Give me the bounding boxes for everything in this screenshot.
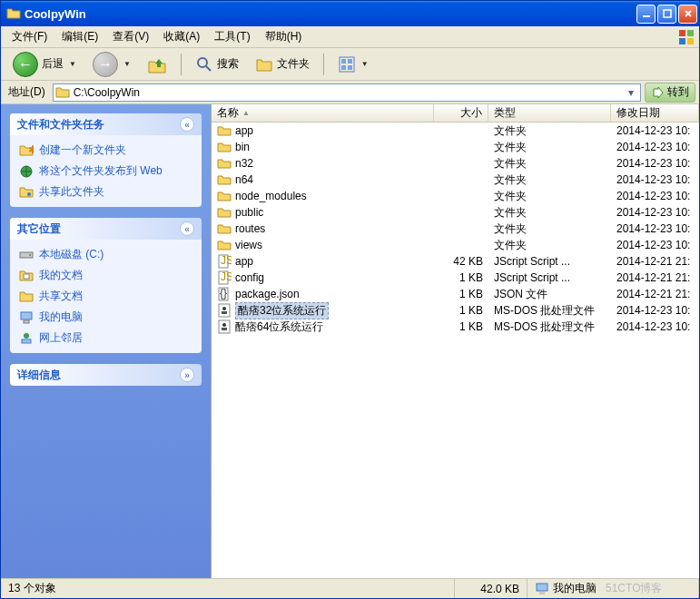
back-button[interactable]: ← 后退 ▼	[6, 52, 83, 77]
svg-point-21	[24, 333, 29, 339]
up-button[interactable]	[141, 52, 173, 77]
folders-icon	[255, 55, 273, 74]
status-count: 13 个对象	[1, 579, 455, 598]
panel-title: 详细信息	[17, 368, 61, 383]
address-combo[interactable]: C:\CoolpyWin ▾	[53, 83, 641, 102]
folder-icon	[55, 85, 70, 100]
file-size: 42 KB	[434, 254, 488, 269]
folders-label: 文件夹	[277, 56, 310, 72]
link-my-documents[interactable]: 我的文档	[19, 268, 192, 283]
maximize-button[interactable]	[657, 5, 676, 24]
column-size[interactable]: 大小	[434, 104, 488, 122]
file-row[interactable]: views文件夹2014-12-23 10:	[212, 237, 699, 253]
status-location: 我的电脑 51CTO博客	[527, 579, 699, 598]
task-publish-web[interactable]: 将这个文件夹发布到 Web	[19, 163, 192, 179]
file-row[interactable]: {}package.json1 KBJSON 文件2014-12-21 21:	[212, 286, 699, 302]
sort-asc-icon: ▲	[242, 109, 250, 117]
file-row[interactable]: JSapp42 KBJScript Script ...2014-12-21 2…	[212, 253, 699, 270]
svg-rect-19	[21, 312, 32, 319]
panel-header[interactable]: 详细信息 »	[10, 364, 202, 386]
panel-header[interactable]: 文件和文件夹任务 «	[10, 113, 202, 135]
panel-body: 本地磁盘 (C:) 我的文档 共享文档 我的电脑 网上邻居	[10, 240, 202, 353]
chevron-up-icon[interactable]: «	[180, 117, 194, 132]
chevron-up-icon[interactable]: «	[180, 221, 194, 236]
chevron-down-icon: ▼	[69, 60, 76, 68]
close-button[interactable]	[678, 5, 697, 24]
menu-tools[interactable]: 工具(T)	[207, 27, 257, 46]
svg-rect-35	[537, 584, 547, 591]
go-label: 转到	[667, 84, 689, 100]
link-shared-docs[interactable]: 共享文档	[19, 289, 192, 304]
file-row[interactable]: bin文件夹2014-12-23 10:	[212, 139, 699, 155]
link-my-computer[interactable]: 我的电脑	[19, 309, 192, 325]
file-row[interactable]: app文件夹2014-12-23 10:	[212, 123, 699, 139]
menu-favorites[interactable]: 收藏(A)	[156, 27, 207, 46]
file-row[interactable]: JSconfig1 KBJScript Script ...2014-12-21…	[212, 270, 699, 286]
link-local-disk-c[interactable]: 本地磁盘 (C:)	[19, 247, 192, 262]
svg-rect-3	[687, 30, 694, 36]
menu-file[interactable]: 文件(F)	[5, 27, 54, 46]
file-type: MS-DOS 批处理文件	[488, 319, 611, 336]
go-button[interactable]: 转到	[645, 83, 695, 103]
address-path: C:\CoolpyWin	[70, 86, 624, 99]
menu-edit[interactable]: 编辑(E)	[54, 27, 105, 46]
file-name: bin	[235, 141, 250, 153]
file-row[interactable]: n32文件夹2014-12-23 10:	[212, 155, 699, 172]
folders-button[interactable]: 文件夹	[249, 52, 316, 77]
folder-icon	[217, 140, 232, 154]
panel-header[interactable]: 其它位置 «	[10, 218, 202, 240]
svg-rect-9	[341, 59, 346, 64]
forward-button[interactable]: → ▼	[86, 52, 137, 77]
svg-text:JS: JS	[221, 254, 232, 267]
file-name: n32	[235, 157, 253, 170]
file-row[interactable]: public文件夹2014-12-23 10:	[212, 204, 699, 221]
folder-icon	[217, 189, 232, 203]
file-name: app	[235, 255, 253, 268]
views-button[interactable]: ▼	[331, 52, 375, 77]
file-row[interactable]: n64文件夹2014-12-23 10:	[212, 172, 699, 188]
file-row[interactable]: 酷痞32位系统运行1 KBMS-DOS 批处理文件2014-12-23 10:	[212, 302, 699, 319]
column-type[interactable]: 类型	[488, 104, 611, 122]
file-row[interactable]: node_modules文件夹2014-12-23 10:	[212, 188, 699, 204]
chevron-down-icon[interactable]: ▾	[624, 86, 638, 99]
menu-help[interactable]: 帮助(H)	[258, 27, 310, 46]
statusbar: 13 个对象 42.0 KB 我的电脑 51CTO博客	[1, 578, 699, 598]
chevron-down-icon[interactable]: »	[180, 368, 194, 382]
titlebar[interactable]: CoolpyWin	[1, 1, 699, 26]
status-size: 42.0 KB	[455, 579, 527, 598]
minimize-button[interactable]	[636, 5, 656, 24]
svg-point-15	[27, 192, 31, 196]
file-size	[434, 162, 488, 164]
column-name[interactable]: 名称▲	[212, 104, 434, 122]
file-row[interactable]: 酷痞64位系统运行1 KBMS-DOS 批处理文件2014-12-23 10:	[212, 319, 699, 335]
task-share-folder[interactable]: 共享此文件夹	[19, 184, 192, 200]
link-network-places[interactable]: 网上邻居	[19, 330, 192, 346]
file-rows[interactable]: app文件夹2014-12-23 10:bin文件夹2014-12-23 10:…	[212, 123, 699, 578]
file-name: node_modules	[235, 190, 307, 202]
back-icon: ←	[13, 52, 38, 77]
folder-icon	[217, 221, 232, 236]
search-button[interactable]: 搜索	[189, 52, 245, 77]
windows-flag-icon	[677, 28, 695, 46]
menubar: 文件(F) 编辑(E) 查看(V) 收藏(A) 工具(T) 帮助(H)	[1, 26, 699, 48]
back-label: 后退	[42, 56, 64, 72]
file-type: 文件夹	[488, 188, 611, 205]
task-new-folder[interactable]: ✱创建一个新文件夹	[19, 142, 192, 158]
svg-rect-11	[341, 65, 346, 70]
panel-title: 文件和文件夹任务	[17, 117, 104, 133]
file-date: 2014-12-23 10:	[611, 140, 699, 154]
toolbar: ← 后退 ▼ → ▼ 搜索 文件夹 ▼	[1, 48, 699, 81]
file-row[interactable]: routes文件夹2014-12-23 10:	[212, 221, 699, 237]
up-folder-icon	[147, 54, 167, 74]
svg-text:✱: ✱	[28, 143, 34, 156]
bat-icon	[217, 319, 232, 334]
file-size: 1 KB	[434, 287, 488, 301]
file-type: 文件夹	[488, 221, 611, 238]
file-type: 文件夹	[488, 139, 611, 156]
file-name: public	[235, 206, 263, 219]
menu-view[interactable]: 查看(V)	[105, 27, 156, 46]
svg-rect-5	[687, 38, 694, 44]
column-date[interactable]: 修改日期	[611, 104, 699, 122]
folder-icon	[217, 172, 232, 187]
file-date: 2014-12-23 10:	[611, 156, 699, 171]
